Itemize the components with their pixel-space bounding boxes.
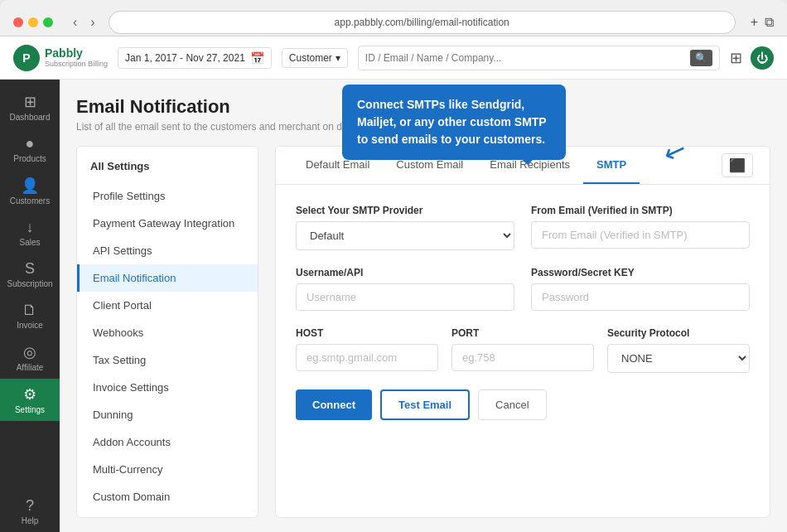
security-select[interactable]: NONE SSL TLS bbox=[607, 344, 750, 373]
settings-nav-profile[interactable]: Profile Settings bbox=[77, 182, 258, 210]
sidebar-label-settings: Settings bbox=[15, 405, 45, 414]
settings-nav-invoice[interactable]: Invoice Settings bbox=[77, 374, 258, 401]
smtp-provider-label: Select Your SMTP Provider bbox=[296, 205, 514, 216]
close-button[interactable] bbox=[13, 17, 23, 27]
cancel-button[interactable]: Cancel bbox=[478, 389, 546, 420]
help-icon: ? bbox=[26, 497, 34, 515]
username-group: Username/API bbox=[296, 267, 514, 311]
settings-nav-email[interactable]: Email Notification bbox=[77, 264, 258, 292]
settings-nav-addon[interactable]: Addon Accounts bbox=[77, 428, 258, 456]
affiliate-icon: ◎ bbox=[23, 343, 36, 361]
maximize-button[interactable] bbox=[43, 17, 53, 27]
connect-button[interactable]: Connect bbox=[296, 389, 372, 420]
settings-nav-title: All Settings bbox=[77, 160, 258, 182]
form-row-3: HOST PORT Security Protocol NONE bbox=[296, 327, 750, 373]
sidebar: ⊞ Dashboard ● Products 👤 Customers ↓ Sal… bbox=[0, 80, 60, 532]
new-tab-button[interactable]: + bbox=[751, 15, 758, 30]
settings-nav-domain[interactable]: Custom Domain bbox=[77, 483, 258, 510]
password-input[interactable] bbox=[531, 283, 750, 311]
settings-nav-tax[interactable]: Tax Setting bbox=[77, 346, 258, 374]
window-button[interactable]: ⧉ bbox=[765, 15, 774, 30]
sidebar-item-products[interactable]: ● Products bbox=[0, 128, 60, 170]
main-panel: Connect SMTPs like Sendgrid, Mailjet, or… bbox=[275, 146, 770, 518]
customer-select[interactable]: Customer ▾ bbox=[282, 48, 348, 68]
form-content: Select Your SMTP Provider Default Sendgr… bbox=[276, 185, 770, 440]
settings-icon: ⚙ bbox=[23, 385, 36, 404]
settings-nav-api[interactable]: API Settings bbox=[77, 237, 258, 264]
port-label: PORT bbox=[451, 327, 594, 339]
form-actions: Connect Test Email Cancel bbox=[296, 389, 750, 420]
sidebar-label-affiliate: Affiliate bbox=[17, 363, 44, 372]
chevron-down-icon: ▾ bbox=[336, 52, 340, 64]
sidebar-item-subscription[interactable]: S Subscription bbox=[0, 254, 60, 295]
app-container: P Pabbly Subscription Billing Jan 1, 201… bbox=[0, 36, 787, 532]
date-range-text: Jan 1, 2017 - Nov 27, 2021 bbox=[125, 52, 245, 64]
top-right-actions: ⊞ ⏻ bbox=[730, 46, 774, 70]
search-button[interactable]: 🔍 bbox=[690, 50, 712, 66]
settings-nav-dunning[interactable]: Dunning bbox=[77, 401, 258, 428]
sidebar-item-settings[interactable]: ⚙ Settings bbox=[0, 379, 60, 421]
browser-nav-arrows: ‹ › bbox=[68, 13, 100, 31]
sales-icon: ↓ bbox=[27, 219, 34, 236]
settings-nav-payment[interactable]: Payment Gateway Integration bbox=[77, 210, 258, 237]
sidebar-item-sales[interactable]: ↓ Sales bbox=[0, 212, 60, 254]
smtp-provider-group: Select Your SMTP Provider Default Sendgr… bbox=[296, 205, 514, 250]
security-group: Security Protocol NONE SSL TLS bbox=[607, 327, 750, 373]
port-group: PORT bbox=[451, 327, 594, 373]
browser-chrome: ‹ › app.pabbly.com/billing/email-notific… bbox=[0, 0, 787, 36]
address-bar[interactable]: app.pabbly.com/billing/email-notificatio… bbox=[109, 11, 736, 34]
settings-nav: All Settings Profile Settings Payment Ga… bbox=[76, 146, 258, 518]
sidebar-item-dashboard[interactable]: ⊞ Dashboard bbox=[0, 86, 60, 128]
sidebar-label-invoice: Invoice bbox=[17, 321, 43, 330]
browser-actions: + ⧉ bbox=[751, 15, 774, 30]
sidebar-label-sales: Sales bbox=[19, 238, 40, 247]
forward-button[interactable]: › bbox=[85, 13, 99, 31]
logo-area: P Pabbly Subscription Billing bbox=[13, 45, 108, 71]
minimize-button[interactable] bbox=[28, 17, 38, 27]
video-button[interactable]: ⬛ bbox=[722, 153, 753, 177]
username-label: Username/API bbox=[296, 267, 514, 278]
from-email-input[interactable] bbox=[531, 221, 750, 249]
content-grid: All Settings Profile Settings Payment Ga… bbox=[76, 146, 770, 518]
top-bar: P Pabbly Subscription Billing Jan 1, 201… bbox=[0, 36, 787, 80]
from-email-group: From Email (Verified in SMTP) bbox=[531, 205, 750, 250]
host-group: HOST bbox=[296, 327, 438, 373]
tooltip-bubble: Connect SMTPs like Sendgrid, Mailjet, or… bbox=[342, 85, 566, 160]
host-label: HOST bbox=[296, 327, 438, 339]
settings-nav-webhooks[interactable]: Webhooks bbox=[77, 319, 258, 346]
power-button[interactable]: ⏻ bbox=[751, 46, 774, 70]
sidebar-item-affiliate[interactable]: ◎ Affiliate bbox=[0, 336, 60, 379]
products-icon: ● bbox=[26, 135, 35, 152]
sidebar-item-help[interactable]: ? Help bbox=[0, 491, 60, 532]
customers-icon: 👤 bbox=[21, 177, 39, 195]
sidebar-label-products: Products bbox=[13, 154, 46, 163]
settings-nav-currency[interactable]: Multi-Currency bbox=[77, 456, 258, 483]
traffic-lights bbox=[13, 17, 53, 27]
from-email-label: From Email (Verified in SMTP) bbox=[531, 205, 750, 216]
sidebar-label-dashboard: Dashboard bbox=[10, 113, 51, 122]
password-label: Password/Secret KEY bbox=[531, 267, 750, 278]
tab-smtp[interactable]: SMTP bbox=[583, 147, 640, 184]
smtp-provider-select[interactable]: Default Sendgrid Mailjet Custom bbox=[296, 221, 514, 250]
test-email-button[interactable]: Test Email bbox=[380, 389, 470, 420]
form-row-2: Username/API Password/Secret KEY bbox=[296, 267, 750, 311]
username-input[interactable] bbox=[296, 283, 514, 311]
settings-nav-portal[interactable]: Client Portal bbox=[77, 292, 258, 319]
search-input[interactable] bbox=[365, 52, 685, 64]
date-picker[interactable]: Jan 1, 2017 - Nov 27, 2021 📅 bbox=[118, 47, 272, 69]
port-input[interactable] bbox=[451, 344, 594, 371]
calendar-icon: 📅 bbox=[250, 51, 264, 65]
back-button[interactable]: ‹ bbox=[68, 13, 82, 31]
sidebar-item-invoice[interactable]: 🗋 Invoice bbox=[0, 295, 60, 336]
sidebar-label-customers: Customers bbox=[10, 196, 50, 206]
sidebar-item-customers[interactable]: 👤 Customers bbox=[0, 170, 60, 212]
logo-sub: Subscription Billing bbox=[45, 60, 108, 68]
invoice-icon: 🗋 bbox=[22, 302, 37, 319]
host-input[interactable] bbox=[296, 344, 438, 371]
logo-icon: P bbox=[13, 45, 40, 71]
dashboard-icon: ⊞ bbox=[24, 93, 36, 111]
subscription-icon: S bbox=[25, 260, 35, 278]
grid-icon[interactable]: ⊞ bbox=[730, 49, 742, 67]
sidebar-label-help: Help bbox=[22, 516, 39, 525]
sidebar-label-subscription: Subscription bbox=[7, 279, 52, 288]
